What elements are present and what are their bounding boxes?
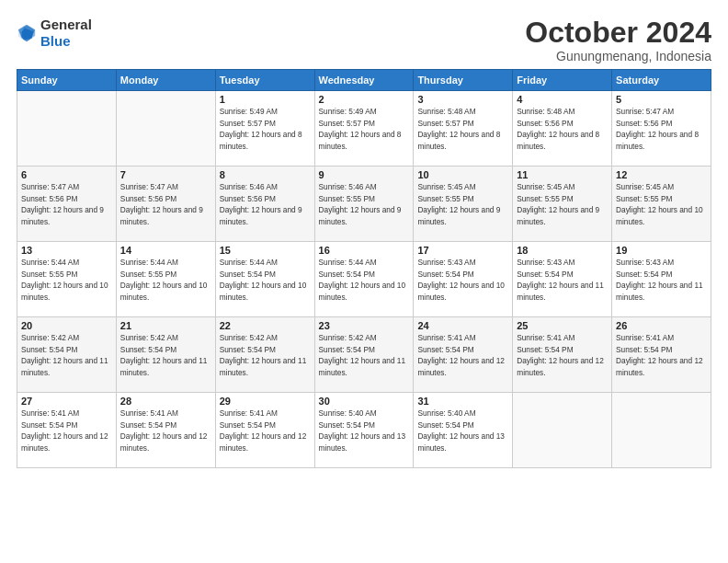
table-row: 30Sunrise: 5:40 AMSunset: 5:54 PMDayligh… bbox=[314, 393, 414, 468]
day-number: 11 bbox=[517, 169, 608, 180]
weekday-header-row: Sunday Monday Tuesday Wednesday Thursday… bbox=[17, 70, 711, 91]
table-row: 7Sunrise: 5:47 AMSunset: 5:56 PMDaylight… bbox=[116, 167, 215, 242]
day-number: 10 bbox=[417, 169, 508, 180]
header-friday: Friday bbox=[513, 70, 612, 91]
day-info: Sunrise: 5:49 AMSunset: 5:57 PMDaylight:… bbox=[319, 106, 410, 152]
table-row: 5Sunrise: 5:47 AMSunset: 5:56 PMDaylight… bbox=[612, 91, 711, 167]
table-row: 27Sunrise: 5:41 AMSunset: 5:54 PMDayligh… bbox=[17, 393, 117, 468]
day-info: Sunrise: 5:41 AMSunset: 5:54 PMDaylight:… bbox=[616, 332, 707, 378]
day-number: 16 bbox=[319, 245, 410, 256]
day-info: Sunrise: 5:47 AMSunset: 5:56 PMDaylight:… bbox=[21, 181, 112, 227]
table-row bbox=[17, 91, 117, 167]
table-row: 4Sunrise: 5:48 AMSunset: 5:56 PMDaylight… bbox=[513, 91, 612, 167]
table-row: 3Sunrise: 5:48 AMSunset: 5:57 PMDaylight… bbox=[414, 91, 513, 167]
table-row: 14Sunrise: 5:44 AMSunset: 5:55 PMDayligh… bbox=[116, 242, 215, 317]
table-row: 12Sunrise: 5:45 AMSunset: 5:55 PMDayligh… bbox=[612, 167, 711, 242]
day-number: 4 bbox=[517, 94, 608, 105]
logo: General Blue bbox=[17, 17, 92, 50]
calendar-row: 1Sunrise: 5:49 AMSunset: 5:57 PMDaylight… bbox=[17, 91, 711, 167]
day-info: Sunrise: 5:43 AMSunset: 5:54 PMDaylight:… bbox=[417, 257, 508, 303]
table-row: 17Sunrise: 5:43 AMSunset: 5:54 PMDayligh… bbox=[414, 242, 513, 317]
day-number: 17 bbox=[417, 245, 508, 256]
day-info: Sunrise: 5:41 AMSunset: 5:54 PMDaylight:… bbox=[417, 332, 508, 378]
table-row: 19Sunrise: 5:43 AMSunset: 5:54 PMDayligh… bbox=[612, 242, 711, 317]
day-info: Sunrise: 5:42 AMSunset: 5:54 PMDaylight:… bbox=[220, 332, 311, 378]
table-row: 11Sunrise: 5:45 AMSunset: 5:55 PMDayligh… bbox=[513, 167, 612, 242]
day-info: Sunrise: 5:44 AMSunset: 5:55 PMDaylight:… bbox=[21, 257, 112, 303]
table-row: 26Sunrise: 5:41 AMSunset: 5:54 PMDayligh… bbox=[612, 317, 711, 393]
day-info: Sunrise: 5:42 AMSunset: 5:54 PMDaylight:… bbox=[21, 332, 112, 378]
day-info: Sunrise: 5:42 AMSunset: 5:54 PMDaylight:… bbox=[120, 332, 211, 378]
day-number: 30 bbox=[319, 396, 410, 407]
header-monday: Monday bbox=[116, 70, 215, 91]
day-number: 8 bbox=[220, 169, 311, 180]
table-row: 21Sunrise: 5:42 AMSunset: 5:54 PMDayligh… bbox=[116, 317, 215, 393]
day-number: 1 bbox=[220, 94, 311, 105]
calendar-row: 13Sunrise: 5:44 AMSunset: 5:55 PMDayligh… bbox=[17, 242, 711, 317]
day-number: 12 bbox=[616, 169, 707, 180]
day-number: 31 bbox=[417, 396, 508, 407]
day-number: 22 bbox=[220, 320, 311, 331]
day-info: Sunrise: 5:41 AMSunset: 5:54 PMDaylight:… bbox=[21, 408, 112, 454]
logo-text: General Blue bbox=[40, 17, 92, 50]
table-row: 31Sunrise: 5:40 AMSunset: 5:54 PMDayligh… bbox=[414, 393, 513, 468]
day-number: 19 bbox=[616, 245, 707, 256]
day-info: Sunrise: 5:48 AMSunset: 5:56 PMDaylight:… bbox=[517, 106, 608, 152]
table-row: 22Sunrise: 5:42 AMSunset: 5:54 PMDayligh… bbox=[215, 317, 314, 393]
day-info: Sunrise: 5:45 AMSunset: 5:55 PMDaylight:… bbox=[517, 181, 608, 227]
day-number: 20 bbox=[21, 320, 112, 331]
logo-icon bbox=[17, 23, 37, 43]
day-number: 9 bbox=[319, 169, 410, 180]
header: General Blue October 2024 Gunungmenang, … bbox=[17, 17, 711, 63]
day-number: 25 bbox=[517, 320, 608, 331]
day-info: Sunrise: 5:40 AMSunset: 5:54 PMDaylight:… bbox=[417, 408, 508, 454]
header-saturday: Saturday bbox=[612, 70, 711, 91]
header-wednesday: Wednesday bbox=[314, 70, 414, 91]
day-info: Sunrise: 5:40 AMSunset: 5:54 PMDaylight:… bbox=[319, 408, 410, 454]
calendar-table: Sunday Monday Tuesday Wednesday Thursday… bbox=[17, 69, 711, 468]
table-row: 20Sunrise: 5:42 AMSunset: 5:54 PMDayligh… bbox=[17, 317, 117, 393]
day-info: Sunrise: 5:47 AMSunset: 5:56 PMDaylight:… bbox=[120, 181, 211, 227]
day-number: 15 bbox=[220, 245, 311, 256]
day-info: Sunrise: 5:46 AMSunset: 5:55 PMDaylight:… bbox=[319, 181, 410, 227]
day-number: 3 bbox=[417, 94, 508, 105]
day-info: Sunrise: 5:46 AMSunset: 5:56 PMDaylight:… bbox=[220, 181, 311, 227]
day-number: 28 bbox=[120, 396, 211, 407]
day-number: 5 bbox=[616, 94, 707, 105]
table-row: 8Sunrise: 5:46 AMSunset: 5:56 PMDaylight… bbox=[215, 167, 314, 242]
day-number: 18 bbox=[517, 245, 608, 256]
calendar-row: 27Sunrise: 5:41 AMSunset: 5:54 PMDayligh… bbox=[17, 393, 711, 468]
day-number: 7 bbox=[120, 169, 211, 180]
table-row: 23Sunrise: 5:42 AMSunset: 5:54 PMDayligh… bbox=[314, 317, 414, 393]
calendar-row: 6Sunrise: 5:47 AMSunset: 5:56 PMDaylight… bbox=[17, 167, 711, 242]
day-number: 2 bbox=[319, 94, 410, 105]
day-info: Sunrise: 5:42 AMSunset: 5:54 PMDaylight:… bbox=[319, 332, 410, 378]
day-info: Sunrise: 5:44 AMSunset: 5:54 PMDaylight:… bbox=[220, 257, 311, 303]
table-row: 1Sunrise: 5:49 AMSunset: 5:57 PMDaylight… bbox=[215, 91, 314, 167]
table-row: 9Sunrise: 5:46 AMSunset: 5:55 PMDaylight… bbox=[314, 167, 414, 242]
header-sunday: Sunday bbox=[17, 70, 117, 91]
table-row: 24Sunrise: 5:41 AMSunset: 5:54 PMDayligh… bbox=[414, 317, 513, 393]
header-tuesday: Tuesday bbox=[215, 70, 314, 91]
day-info: Sunrise: 5:47 AMSunset: 5:56 PMDaylight:… bbox=[616, 106, 707, 152]
day-number: 27 bbox=[21, 396, 112, 407]
day-info: Sunrise: 5:41 AMSunset: 5:54 PMDaylight:… bbox=[517, 332, 608, 378]
table-row: 6Sunrise: 5:47 AMSunset: 5:56 PMDaylight… bbox=[17, 167, 117, 242]
day-info: Sunrise: 5:43 AMSunset: 5:54 PMDaylight:… bbox=[517, 257, 608, 303]
table-row bbox=[513, 393, 612, 468]
day-number: 23 bbox=[319, 320, 410, 331]
calendar-container: General Blue October 2024 Gunungmenang, … bbox=[0, 0, 728, 563]
month-title: October 2024 bbox=[525, 17, 711, 49]
title-block: October 2024 Gunungmenang, Indonesia bbox=[525, 17, 711, 63]
day-number: 6 bbox=[21, 169, 112, 180]
day-number: 21 bbox=[120, 320, 211, 331]
day-info: Sunrise: 5:44 AMSunset: 5:55 PMDaylight:… bbox=[120, 257, 211, 303]
day-number: 24 bbox=[417, 320, 508, 331]
table-row: 29Sunrise: 5:41 AMSunset: 5:54 PMDayligh… bbox=[215, 393, 314, 468]
day-info: Sunrise: 5:45 AMSunset: 5:55 PMDaylight:… bbox=[417, 181, 508, 227]
day-number: 29 bbox=[220, 396, 311, 407]
day-info: Sunrise: 5:48 AMSunset: 5:57 PMDaylight:… bbox=[417, 106, 508, 152]
day-info: Sunrise: 5:41 AMSunset: 5:54 PMDaylight:… bbox=[120, 408, 211, 454]
day-info: Sunrise: 5:45 AMSunset: 5:55 PMDaylight:… bbox=[616, 181, 707, 227]
table-row: 13Sunrise: 5:44 AMSunset: 5:55 PMDayligh… bbox=[17, 242, 117, 317]
